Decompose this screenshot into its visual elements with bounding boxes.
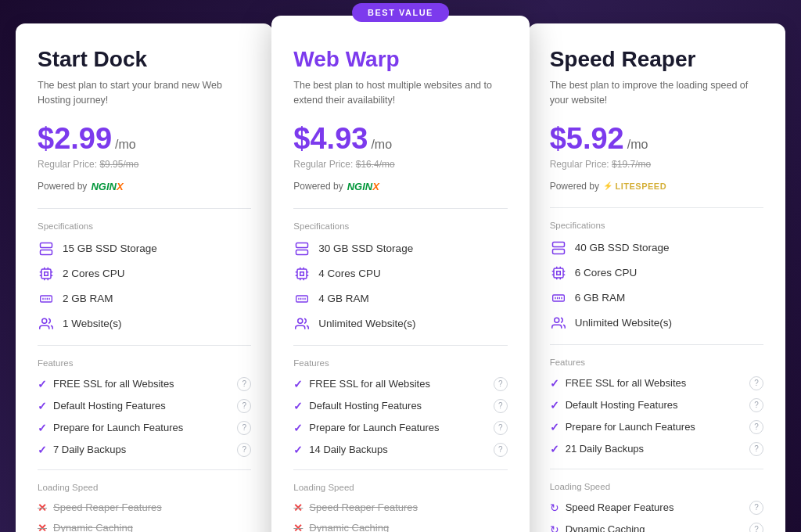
speed-reaper-start-dock: ✕ Speed Reaper Features <box>38 501 251 514</box>
website-icon <box>38 315 55 332</box>
svg-rect-40 <box>552 242 564 246</box>
info-icon-backups[interactable]: ? <box>749 442 763 456</box>
feature-hosting-start-dock: ✓ Default Hosting Features ? <box>38 399 251 413</box>
spec-ram-label: 2 GB RAM <box>63 293 113 304</box>
info-icon-hosting[interactable]: ? <box>237 399 251 413</box>
plan-desc-web-warp: The best plan to host multiple websites … <box>293 78 507 108</box>
x-icon: ✕ <box>38 501 47 514</box>
spec-website-web-warp: Unlimited Website(s) <box>293 315 507 332</box>
speed-reaper-label: Speed Reaper Features <box>309 501 418 513</box>
info-icon-backups[interactable]: ? <box>237 443 251 457</box>
powered-by-start-dock: Powered by NGINX <box>38 181 251 192</box>
info-icon-ssl[interactable]: ? <box>237 377 251 391</box>
x-icon: ✕ <box>293 501 303 514</box>
check-icon: ✓ <box>293 400 303 412</box>
spec-website-label: Unlimited Website(s) <box>575 317 672 329</box>
spec-website-speed-reaper: Unlimited Website(s) <box>550 315 763 332</box>
x-icon: ✕ <box>293 522 303 533</box>
spec-storage-start-dock: 15 GB SSD Storage <box>38 240 251 257</box>
pricing-container: Start Dock The best plan to start your b… <box>16 23 785 532</box>
price-row-start-dock: $2.99 /mo <box>38 122 251 156</box>
svg-rect-5 <box>45 271 48 275</box>
powered-by-speed-reaper: Powered by LITESPEED <box>550 181 763 192</box>
feature-ssl-start-dock: ✓ FREE SSL for all Websites ? <box>38 377 251 391</box>
info-icon-ssl[interactable]: ? <box>494 377 508 391</box>
feature-ssl-speed-reaper: ✓ FREE SSL for all Websites ? <box>550 376 763 390</box>
price-per-speed-reaper: /mo <box>627 138 648 152</box>
storage-icon <box>293 240 311 257</box>
price-amount-speed-reaper: $5.92 <box>550 122 624 156</box>
features-label-web-warp: Features <box>293 358 507 368</box>
info-icon-backups[interactable]: ? <box>494 443 508 457</box>
feature-hosting-label: Default Hosting Features <box>309 400 422 412</box>
svg-point-19 <box>42 318 47 323</box>
spin-icon: ↻ <box>550 523 559 533</box>
feature-ssl-label: FREE SSL for all Websites <box>566 377 687 389</box>
feature-backups-start-dock: ✓ 7 Daily Backups ? <box>38 443 251 457</box>
ram-icon <box>293 290 311 307</box>
plan-desc-speed-reaper: The best plan to improve the loading spe… <box>550 78 763 108</box>
price-per-start-dock: /mo <box>115 138 136 152</box>
speed-label-speed-reaper: Loading Speed <box>550 482 763 491</box>
check-icon: ✓ <box>293 378 303 390</box>
cpu-icon <box>550 264 567 282</box>
svg-point-59 <box>554 318 559 322</box>
regular-price-start-dock: Regular Price: $9.95/mo <box>38 159 251 170</box>
regular-price-web-warp: Regular Price: $16.4/mo <box>293 159 507 170</box>
check-icon: ✓ <box>38 378 47 390</box>
info-icon-hosting[interactable]: ? <box>749 398 763 412</box>
ram-icon <box>38 290 55 307</box>
spec-storage-label: 15 GB SSD Storage <box>63 243 157 254</box>
divider-7 <box>550 207 763 208</box>
info-icon-caching[interactable]: ? <box>749 523 763 533</box>
spec-website-label: Unlimited Website(s) <box>318 318 415 329</box>
svg-rect-14 <box>41 296 52 302</box>
litespeed-logo: LITESPEED <box>603 182 666 191</box>
divider-6 <box>293 469 507 470</box>
price-amount-start-dock: $2.99 <box>38 122 112 156</box>
svg-rect-24 <box>297 269 307 279</box>
cpu-icon <box>293 265 311 282</box>
spec-storage-label: 40 GB SSD Storage <box>575 242 670 253</box>
plan-desc-start-dock: The best plan to start your brand new We… <box>38 78 251 108</box>
info-icon-hosting[interactable]: ? <box>494 399 508 413</box>
svg-rect-34 <box>296 296 308 302</box>
divider-8 <box>550 344 763 345</box>
feature-backups-label: 7 Daily Backups <box>53 444 126 455</box>
info-icon-launch[interactable]: ? <box>237 421 251 435</box>
dynamic-caching-web-warp: ✕ Dynamic Caching <box>293 522 507 533</box>
svg-rect-4 <box>41 269 51 279</box>
spec-storage-web-warp: 30 GB SSD Storage <box>293 240 507 257</box>
check-icon: ✓ <box>550 421 559 433</box>
info-icon-ssl[interactable]: ? <box>749 376 763 390</box>
spec-cpu-label: 4 Cores CPU <box>318 268 381 279</box>
svg-rect-25 <box>300 271 304 275</box>
feature-ssl-web-warp: ✓ FREE SSL for all Websites ? <box>293 377 507 391</box>
feature-launch-speed-reaper: ✓ Prepare for Launch Features ? <box>550 420 763 434</box>
feature-ssl-label: FREE SSL for all Websites <box>309 378 430 390</box>
specs-label-web-warp: Specifications <box>293 221 507 231</box>
spec-cpu-label: 2 Cores CPU <box>63 268 125 279</box>
feature-backups-label: 14 Daily Backups <box>309 444 387 455</box>
feature-hosting-label: Default Hosting Features <box>53 400 166 412</box>
price-row-speed-reaper: $5.92 /mo <box>550 122 763 156</box>
svg-rect-1 <box>41 250 52 254</box>
spec-cpu-speed-reaper: 6 Cores CPU <box>550 264 763 282</box>
svg-rect-54 <box>552 295 564 301</box>
cpu-icon <box>38 265 55 282</box>
feature-launch-label: Prepare for Launch Features <box>53 422 183 433</box>
website-icon <box>550 315 567 332</box>
price-row-web-warp: $4.93 /mo <box>293 122 507 156</box>
info-icon-launch[interactable]: ? <box>494 421 508 435</box>
info-icon-launch[interactable]: ? <box>749 420 763 434</box>
spec-website-label: 1 Website(s) <box>63 318 122 329</box>
info-icon-speed[interactable]: ? <box>749 501 763 515</box>
spin-icon: ↻ <box>550 501 559 514</box>
dynamic-caching-label: Dynamic Caching <box>566 523 645 532</box>
feature-hosting-web-warp: ✓ Default Hosting Features ? <box>293 399 507 413</box>
check-icon: ✓ <box>550 443 559 455</box>
feature-backups-label: 21 Daily Backups <box>566 443 644 455</box>
website-icon <box>293 315 311 332</box>
regular-price-speed-reaper: Regular Price: $19.7/mo <box>550 159 763 170</box>
card-speed-reaper: Speed Reaper The best plan to improve th… <box>528 23 785 532</box>
